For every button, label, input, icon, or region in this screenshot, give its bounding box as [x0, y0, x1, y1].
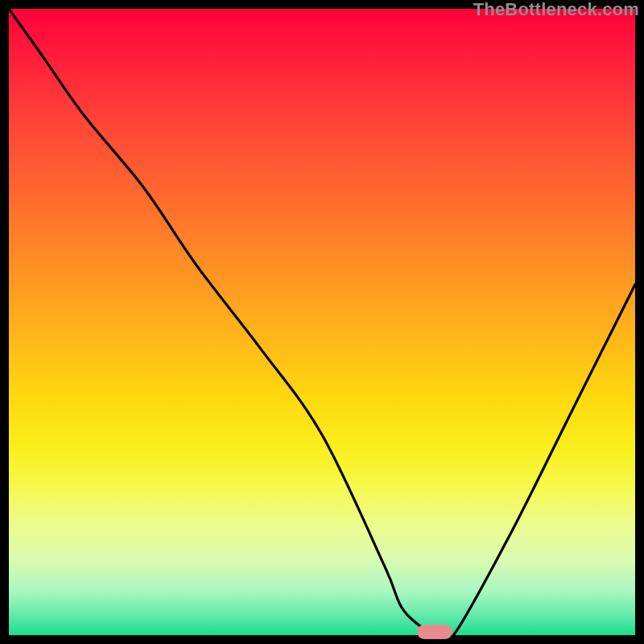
watermark-text: TheBottleneck.com	[473, 0, 639, 20]
bottleneck-curve	[9, 9, 635, 635]
plot-area	[9, 9, 635, 635]
chart-frame: TheBottleneck.com	[0, 0, 644, 644]
valley-marker	[417, 625, 452, 639]
curve-path	[9, 9, 635, 635]
